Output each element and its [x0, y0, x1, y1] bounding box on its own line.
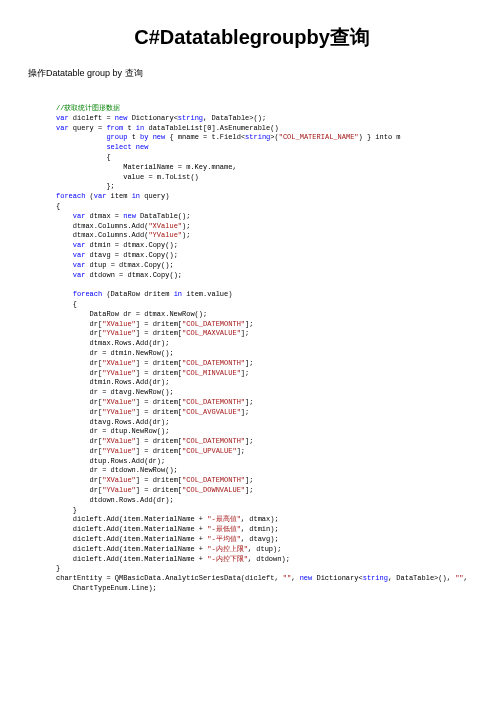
t: dtmax.Rows.Add(dr); — [56, 339, 169, 347]
str: "COL_DATEMONTH" — [182, 359, 245, 367]
t: dr[ — [56, 476, 102, 484]
t: , DataTable>(); — [203, 114, 266, 122]
t: }; — [56, 182, 115, 190]
kw: string — [363, 574, 388, 582]
str: "COL_MINVALUE" — [182, 369, 241, 377]
t: dr[ — [56, 398, 102, 406]
kw: var — [73, 271, 86, 279]
str: "COL_AVGVALUE" — [182, 408, 241, 416]
t: dr[ — [56, 329, 102, 337]
kw: select — [106, 143, 131, 151]
t: dtmax = — [85, 212, 123, 220]
str: "-最高值" — [207, 515, 241, 523]
t: item.value) — [182, 290, 232, 298]
t: dicleft.Add(item.MaterialName + — [56, 545, 207, 553]
str: "YValue" — [102, 408, 136, 416]
t: ] = dritem[ — [136, 320, 182, 328]
t: ]; — [241, 369, 249, 377]
t: ] = dritem[ — [136, 398, 182, 406]
t: ]; — [237, 447, 245, 455]
str: "-内控下限" — [207, 555, 248, 563]
t: Dictionary< — [312, 574, 362, 582]
kw: string — [245, 133, 270, 141]
t: ] = dritem[ — [136, 486, 182, 494]
t: { — [56, 300, 77, 308]
t: dicleft.Add(item.MaterialName + — [56, 515, 207, 523]
t: , dtavg); — [241, 535, 279, 543]
t: dr[ — [56, 437, 102, 445]
t: dr[ — [56, 320, 102, 328]
str: "COL_DATEMONTH" — [182, 437, 245, 445]
t: query = — [69, 124, 107, 132]
code-block: //获取统计图形数据 var dicleft = new Dictionary<… — [56, 104, 476, 594]
kw: new — [123, 212, 136, 220]
t: , dtup); — [248, 545, 282, 553]
t: ]; — [241, 408, 249, 416]
t: } — [56, 564, 60, 572]
str: "COL_MATERIAL_NAME" — [279, 133, 359, 141]
kw: var — [73, 261, 86, 269]
t: dtmin = dtmax.Copy(); — [85, 241, 177, 249]
str: "" — [455, 574, 463, 582]
t: ] = dritem[ — [136, 369, 182, 377]
t: ] = dritem[ — [136, 447, 182, 455]
t: dicleft.Add(item.MaterialName + — [56, 525, 207, 533]
t: ( — [85, 192, 93, 200]
t: , dtmax); — [241, 515, 279, 523]
t: dtavg = dtmax.Copy(); — [85, 251, 177, 259]
t: dicleft.Add(item.MaterialName + — [56, 555, 207, 563]
t: ]; — [245, 437, 253, 445]
str: "COL_DATEMONTH" — [182, 476, 245, 484]
str: "COL_UPVALUE" — [182, 447, 237, 455]
t: ]; — [245, 359, 253, 367]
t: dtup = dtmax.Copy(); — [85, 261, 173, 269]
t: ]; — [245, 320, 253, 328]
kw: var — [56, 124, 69, 132]
kw: var — [56, 114, 69, 122]
t: } — [56, 506, 77, 514]
t: dr[ — [56, 447, 102, 455]
t: Dictionary< — [127, 114, 177, 122]
kw: string — [178, 114, 203, 122]
kw: var — [73, 212, 86, 220]
str: "XValue" — [102, 359, 136, 367]
t: ] = dritem[ — [136, 476, 182, 484]
t: dr[ — [56, 486, 102, 494]
t: dtup.Rows.Add(dr); — [56, 457, 165, 465]
t: ]; — [241, 329, 249, 337]
t: dtdown = dtmax.Copy(); — [85, 271, 182, 279]
t: dicleft.Add(item.MaterialName + — [56, 535, 207, 543]
t: ); — [182, 222, 190, 230]
t: dtdown.Rows.Add(dr); — [56, 496, 174, 504]
kw: var — [73, 251, 86, 259]
str: "-平均值" — [207, 535, 241, 543]
t: >( — [270, 133, 278, 141]
t: dr = dtup.NewRow(); — [56, 427, 169, 435]
str: "XValue" — [102, 437, 136, 445]
t: dtmax.Columns.Add( — [56, 231, 148, 239]
t: (DataRow dritem — [102, 290, 173, 298]
str: "YValue" — [102, 369, 136, 377]
kw: in — [174, 290, 182, 298]
t: dicleft = — [69, 114, 115, 122]
kw: var — [73, 241, 86, 249]
t: dr = dtdown.NewRow(); — [56, 466, 178, 474]
str: "XValue" — [102, 320, 136, 328]
str: "XValue" — [102, 476, 136, 484]
t: , dtdown); — [248, 555, 290, 563]
code-comment: //获取统计图形数据 — [56, 104, 120, 112]
t: dataTableList[0].AsEnumerable() — [144, 124, 278, 132]
str: "XValue" — [148, 222, 182, 230]
t: query) — [140, 192, 169, 200]
kw: var — [94, 192, 107, 200]
kw: foreach — [56, 192, 85, 200]
kw: new — [153, 133, 166, 141]
t: dtmax.Columns.Add( — [56, 222, 148, 230]
t: value = m.ToList() — [56, 173, 199, 181]
kw: foreach — [73, 290, 102, 298]
t: ]; — [245, 398, 253, 406]
kw: in — [136, 124, 144, 132]
kw: new — [136, 143, 149, 151]
kw: from — [106, 124, 123, 132]
str: "-最低值" — [207, 525, 241, 533]
